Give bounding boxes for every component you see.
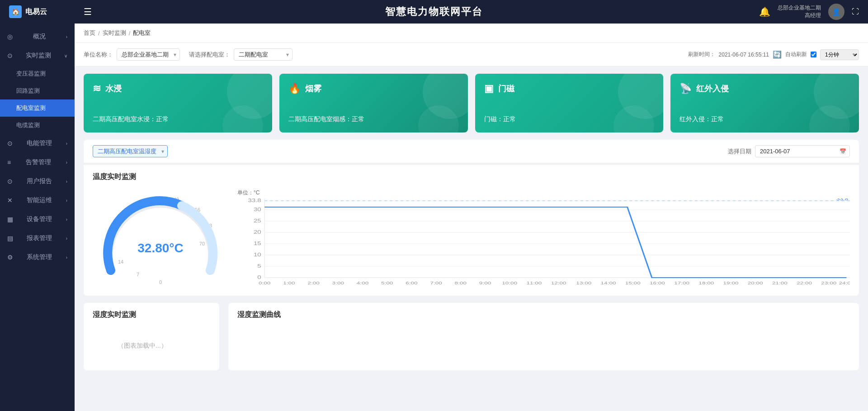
sidebar-item-distribution[interactable]: 配电室监测 — [0, 99, 75, 117]
unit-filter-group: 单位名称： 总部企业基地二期 — [84, 48, 180, 61]
smartops-chevron: › — [66, 198, 67, 203]
svg-text:20:00: 20:00 — [748, 281, 763, 285]
humidity-gauge-title: 湿度实时监测 — [93, 310, 210, 320]
breadcrumb-realtime[interactable]: 实时监测 — [103, 29, 126, 37]
svg-text:10:00: 10:00 — [502, 281, 517, 285]
smoke-title: 烟雾 — [305, 83, 321, 94]
chevron-down-icon: ∨ — [64, 53, 67, 58]
chart-filter-bar: 二期高压配电室温湿度 选择日期 — [84, 140, 859, 163]
chart-container: 0 7 14 21 28 35 42 49 56 63 70 — [93, 189, 850, 288]
sidebar-item-alarm[interactable]: ≡ 告警管理 › — [0, 153, 75, 172]
device-icon: ▦ — [7, 216, 13, 223]
svg-text:33.8: 33.8 — [248, 198, 261, 203]
water-card: ≋ 水浸 二期高压配电室水浸：正常 — [84, 74, 272, 132]
bell-icon[interactable]: 🔔 — [759, 6, 770, 17]
refresh-time-label: 刷新时间： — [688, 51, 715, 58]
sidebar: ◎ 概况 › ⊙ 实时监测 ∨ 变压器监测 回路监测 配电室监测 电缆监测 ⊙ … — [0, 24, 75, 411]
door-title: 门磁 — [498, 83, 514, 94]
smartops-icon: ✕ — [7, 197, 13, 204]
chart-filter-inner: 二期高压配电室温湿度 选择日期 — [93, 145, 850, 157]
water-icon: ≋ — [93, 83, 101, 94]
cable-label: 电缆监测 — [16, 122, 40, 128]
svg-text:2:00: 2:00 — [307, 281, 319, 285]
room-filter-group: 请选择配电室： 二期配电室 — [189, 48, 292, 61]
svg-text:0: 0 — [257, 275, 261, 280]
svg-text:4:00: 4:00 — [357, 281, 368, 285]
bottom-section: 湿度实时监测 （图表加载中...） 湿度监测曲线 — [84, 303, 859, 370]
date-label: 选择日期 — [728, 147, 751, 156]
chevron-icon: › — [66, 34, 67, 39]
transformer-label: 变压器监测 — [16, 70, 46, 77]
svg-text:0: 0 — [159, 279, 162, 285]
sidebar-item-smartops[interactable]: ✕ 智能运维 › — [0, 191, 75, 210]
unit-select[interactable]: 总部企业基地二期 — [117, 48, 180, 61]
sidebar-item-energy[interactable]: ⊙ 电能管理 › — [0, 134, 75, 153]
humidity-curve-title: 湿度监测曲线 — [237, 310, 850, 320]
svg-text:0:00: 0:00 — [259, 281, 270, 285]
sidebar-item-system[interactable]: ⚙ 系统管理 › — [0, 248, 75, 267]
content-area: 首页 / 实时监测 / 配电室 单位名称： 总部企业基地二期 请选择配电室： — [75, 24, 868, 411]
chart-unit: 单位：°C — [237, 189, 850, 197]
user-name: 高经理 — [805, 12, 821, 19]
expand-icon[interactable]: ⛶ — [852, 8, 859, 16]
distribution-label: 配电室监测 — [16, 104, 46, 111]
room-chart-select[interactable]: 二期高压配电室温湿度 — [93, 145, 168, 157]
svg-text:23:00: 23:00 — [821, 281, 836, 285]
sidebar-item-circuit[interactable]: 回路监测 — [0, 82, 75, 99]
report-icon: ⊙ — [7, 178, 13, 185]
device-chevron: › — [66, 217, 67, 222]
svg-text:11:00: 11:00 — [526, 281, 542, 285]
smoke-icon: 🔥 — [288, 83, 301, 94]
smartops-label: 智能运维 — [27, 196, 52, 204]
overview-icon: ◎ — [7, 33, 13, 40]
sidebar-item-realtime[interactable]: ⊙ 实时监测 ∨ — [0, 46, 75, 65]
main-layout: ◎ 概况 › ⊙ 实时监测 ∨ 变压器监测 回路监测 配电室监测 电缆监测 ⊙ … — [0, 24, 868, 411]
sidebar-item-report[interactable]: ⊙ 用户报告 › — [0, 172, 75, 191]
room-select[interactable]: 二期配电室 — [234, 48, 292, 61]
sidebar-item-table[interactable]: ▤ 报表管理 › — [0, 229, 75, 248]
room-chart-select-wrapper: 二期高压配电室温湿度 — [93, 145, 168, 157]
refresh-info: 刷新时间： 2021-06-07 16:55:11 🔄 自动刷新 1分钟 5分钟… — [688, 49, 859, 60]
breadcrumb-current: 配电室 — [133, 29, 151, 37]
auto-refresh-label: 自动刷新 — [785, 51, 807, 58]
table-icon: ▤ — [7, 235, 13, 242]
breadcrumb-home[interactable]: 首页 — [84, 29, 95, 37]
svg-text:7: 7 — [137, 272, 139, 277]
gauge-svg: 0 7 14 21 28 35 42 49 56 63 70 — [97, 191, 224, 286]
sidebar-item-transformer[interactable]: 变压器监测 — [0, 65, 75, 82]
hamburger-icon[interactable]: ☰ — [84, 6, 92, 17]
alarm-chevron: › — [66, 160, 67, 165]
energy-icon: ⊙ — [7, 140, 13, 147]
sidebar-item-cable[interactable]: 电缆监测 — [0, 117, 75, 134]
date-filter-group: 选择日期 — [728, 145, 850, 157]
interval-select[interactable]: 1分钟 5分钟 10分钟 — [820, 49, 859, 60]
sidebar-item-device[interactable]: ▦ 设备管理 › — [0, 210, 75, 229]
header-right: 🔔 总部企业基地二期 高经理 👤 ⛶ — [759, 4, 859, 20]
system-chevron: › — [66, 255, 67, 260]
temp-chart-title: 温度实时监测 — [93, 172, 850, 182]
alarm-icon: ≡ — [7, 159, 11, 166]
door-icon: ▣ — [484, 83, 494, 94]
refresh-time-value: 2021-06-07 16:55:11 — [719, 52, 769, 58]
status-cards: ≋ 水浸 二期高压配电室水浸：正常 🔥 烟雾 二期高压配电室烟感：正常 ▣ — [75, 66, 868, 140]
date-input-wrapper — [755, 145, 850, 157]
auto-refresh-checkbox[interactable] — [811, 52, 816, 57]
smoke-card: 🔥 烟雾 二期高压配电室烟感：正常 — [279, 74, 468, 132]
svg-text:25: 25 — [254, 218, 261, 224]
refresh-button[interactable]: 🔄 — [773, 50, 782, 59]
breadcrumb-sep1: / — [98, 30, 100, 37]
unit-filter-label: 单位名称： — [84, 51, 113, 59]
svg-text:13:00: 13:00 — [576, 281, 591, 285]
energy-label: 电能管理 — [27, 139, 52, 147]
device-label: 设备管理 — [27, 215, 52, 223]
svg-text:70: 70 — [199, 241, 205, 246]
report-chevron: › — [66, 179, 67, 184]
svg-text:18:00: 18:00 — [698, 281, 714, 285]
sidebar-item-overview[interactable]: ◎ 概况 › — [0, 27, 75, 46]
svg-text:20: 20 — [254, 230, 261, 235]
table-chevron: › — [66, 236, 67, 241]
water-title: 水浸 — [105, 83, 122, 94]
date-input[interactable] — [755, 145, 850, 157]
system-label: 系统管理 — [27, 253, 52, 261]
avatar[interactable]: 👤 — [828, 4, 844, 20]
